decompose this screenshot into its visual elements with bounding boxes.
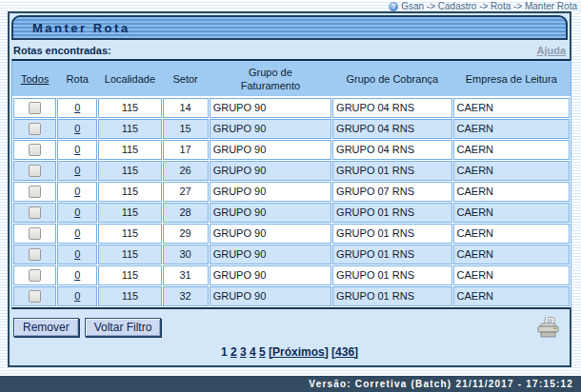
grupo-faturamento-cell: GRUPO 90 [210, 98, 331, 118]
empresa-leitura-cell: CAERN [453, 245, 570, 265]
breadcrumb: ? Gsan -> Cadastro -> Rota -> Manter Rot… [389, 1, 577, 11]
row-checkbox[interactable] [29, 248, 41, 261]
routes-table: Todos Rota Localidade Setor Grupo de Fat… [11, 59, 571, 309]
table-row: 011529GRUPO 90GRUPO 01 RNSCAERN [13, 224, 570, 244]
grupo-cobranca-cell: GRUPO 01 RNS [332, 161, 451, 181]
pagination-next-link[interactable]: [Próximos] [269, 345, 329, 359]
row-checkbox[interactable] [29, 227, 41, 240]
grupo-cobranca-cell: GRUPO 01 RNS [332, 265, 451, 285]
empresa-leitura-cell: CAERN [453, 265, 570, 285]
empresa-leitura-cell: CAERN [453, 119, 570, 139]
grupo-cobranca-cell: GRUPO 07 RNS [332, 182, 451, 202]
rota-link[interactable]: 0 [74, 123, 80, 134]
breadcrumb-path: Gsan -> Cadastro -> Rota -> Manter Rota [401, 1, 577, 11]
rota-link[interactable]: 0 [74, 144, 80, 155]
help-icon[interactable]: ? [389, 2, 398, 11]
table-row: 011532GRUPO 90GRUPO 01 RNSCAERN [13, 286, 570, 306]
empresa-leitura-cell: CAERN [453, 286, 570, 306]
setor-cell: 32 [163, 286, 209, 306]
empresa-leitura-cell: CAERN [453, 182, 570, 202]
setor-cell: 15 [163, 119, 209, 139]
table-row: 011528GRUPO 90GRUPO 01 RNSCAERN [13, 203, 570, 223]
rota-cell: 0 [57, 245, 97, 265]
row-checkbox[interactable] [29, 206, 41, 219]
row-checkbox[interactable] [29, 102, 41, 114]
row-checkbox-cell [13, 245, 56, 265]
row-checkbox[interactable] [29, 186, 41, 198]
row-checkbox[interactable] [29, 269, 41, 282]
rota-link[interactable]: 0 [74, 206, 80, 218]
empresa-leitura-cell: CAERN [453, 140, 570, 160]
grupo-cobranca-cell: GRUPO 01 RNS [332, 286, 451, 306]
table-row: 011531GRUPO 90GRUPO 01 RNSCAERN [13, 265, 570, 285]
rota-link[interactable]: 0 [74, 248, 80, 260]
setor-cell: 27 [163, 182, 209, 202]
grupo-cobranca-cell: GRUPO 04 RNS [332, 140, 451, 160]
localidade-cell: 115 [98, 98, 161, 118]
row-checkbox[interactable] [29, 144, 41, 156]
remover-button[interactable]: Remover [13, 318, 79, 337]
setor-cell: 26 [163, 161, 209, 181]
table-row: 011514GRUPO 90GRUPO 04 RNSCAERN [13, 98, 570, 118]
rota-link[interactable]: 0 [74, 227, 80, 239]
pagination-page-link[interactable]: 4 [250, 345, 256, 359]
empresa-leitura-cell: CAERN [453, 98, 570, 118]
select-all-link[interactable]: Todos [21, 73, 49, 85]
rota-cell: 0 [57, 182, 97, 202]
localidade-cell: 115 [98, 265, 161, 285]
row-checkbox[interactable] [29, 290, 41, 303]
setor-cell: 31 [163, 265, 209, 285]
grupo-cobranca-cell: GRUPO 04 RNS [332, 98, 451, 118]
grupo-faturamento-cell: GRUPO 90 [210, 182, 331, 202]
grupo-cobranca-cell: GRUPO 01 RNS [332, 224, 451, 244]
row-checkbox[interactable] [29, 165, 41, 177]
localidade-cell: 115 [98, 140, 161, 160]
column-header-setor: Setor [172, 73, 197, 85]
grupo-cobranca-cell: GRUPO 04 RNS [332, 119, 451, 139]
table-row: 011530GRUPO 90GRUPO 01 RNSCAERN [13, 245, 570, 265]
grupo-faturamento-cell: GRUPO 90 [210, 245, 331, 265]
rota-cell: 0 [57, 286, 97, 306]
row-checkbox-cell [13, 286, 56, 306]
row-checkbox[interactable] [29, 123, 41, 135]
row-checkbox-cell [13, 182, 56, 202]
rota-link[interactable]: 0 [74, 269, 80, 281]
setor-cell: 28 [163, 203, 209, 223]
table-header: Todos Rota Localidade Setor Grupo de Fat… [13, 62, 570, 97]
setor-cell: 17 [163, 140, 209, 160]
column-header-empresa-leitura: Empresa de Leitura [466, 73, 557, 85]
rota-link[interactable]: 0 [74, 290, 80, 302]
pagination-page-link[interactable]: 3 [240, 345, 247, 359]
grupo-faturamento-cell: GRUPO 90 [210, 119, 331, 139]
rota-link[interactable]: 0 [74, 165, 80, 176]
column-header-grupo-cobranca: Grupo de Cobrança [347, 73, 439, 85]
pagination-current-page: 1 [221, 345, 228, 359]
pagination-page-link[interactable]: 5 [259, 345, 266, 359]
rota-link[interactable]: 0 [74, 102, 80, 113]
grupo-faturamento-cell: GRUPO 90 [210, 224, 331, 244]
table-row: 011517GRUPO 90GRUPO 04 RNSCAERN [13, 140, 570, 160]
localidade-cell: 115 [98, 245, 161, 265]
results-row: Rotas encontradas: Ajuda [10, 40, 570, 59]
grupo-cobranca-cell: GRUPO 01 RNS [332, 245, 451, 265]
localidade-cell: 115 [98, 203, 161, 223]
pagination-page-link[interactable]: 2 [230, 345, 237, 359]
localidade-cell: 115 [98, 119, 161, 139]
localidade-cell: 115 [98, 286, 161, 306]
empresa-leitura-cell: CAERN [453, 161, 570, 181]
row-checkbox-cell [13, 203, 56, 223]
version-text: Versão: Corretiva (Batch) 21/11/2017 - 1… [309, 379, 573, 389]
setor-cell: 14 [163, 98, 209, 118]
localidade-cell: 115 [98, 182, 161, 202]
title-bar: Manter Rota [11, 15, 568, 40]
rota-cell: 0 [57, 265, 97, 285]
printer-icon[interactable] [536, 317, 560, 339]
rota-cell: 0 [57, 161, 97, 181]
help-link[interactable]: Ajuda [536, 45, 566, 56]
voltar-filtro-button[interactable]: Voltar Filtro [85, 318, 162, 337]
rota-link[interactable]: 0 [74, 186, 80, 197]
actions-row: Remover Voltar Filtro [10, 309, 570, 339]
pagination-last-link[interactable]: [436] [331, 345, 358, 359]
routes-tbody: 011514GRUPO 90GRUPO 04 RNSCAERN011515GRU… [13, 98, 570, 306]
empresa-leitura-cell: CAERN [453, 224, 570, 244]
